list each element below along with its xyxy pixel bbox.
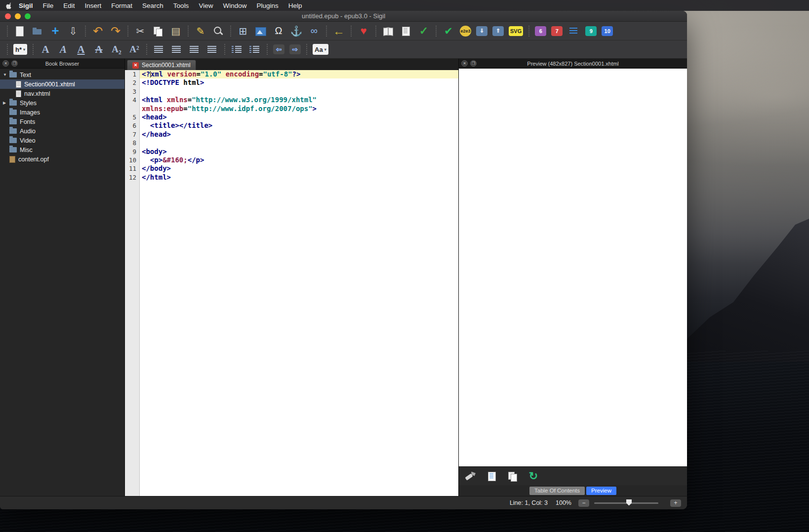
metadata-editor-icon[interactable] (382, 25, 395, 37)
refresh-icon[interactable]: ↻ (527, 470, 540, 483)
menu-help[interactable]: Help (283, 2, 307, 9)
align-justify-icon[interactable] (206, 43, 219, 55)
code-line[interactable]: <html xmlns="http://www.w3.org/1999/xhtm… (140, 96, 458, 113)
generate-toc-icon[interactable] (567, 25, 580, 37)
insert-image-icon[interactable] (254, 25, 267, 37)
menu-insert[interactable]: Insert (80, 2, 107, 9)
new-file-icon[interactable] (13, 25, 26, 37)
code-line[interactable]: <p>&#160;</p> (140, 156, 458, 164)
undo-icon[interactable]: ↶ (91, 25, 104, 38)
numbered-list-icon[interactable] (248, 43, 261, 55)
zoom-out-button[interactable]: − (578, 499, 589, 507)
code-line[interactable]: <body> (140, 148, 458, 156)
tab-preview[interactable]: Preview (586, 487, 616, 495)
close-panel-icon[interactable]: ✕ (2, 60, 9, 67)
menu-edit[interactable]: Edit (58, 2, 80, 9)
well-formed-check-icon[interactable]: ✔ (442, 25, 455, 38)
bullet-list-icon[interactable] (231, 43, 243, 55)
menu-tools[interactable]: Tools (168, 2, 194, 9)
bold-icon[interactable]: A (39, 43, 52, 56)
italic-icon[interactable]: A (57, 43, 70, 56)
code-line[interactable]: <title></title> (140, 121, 458, 130)
underline-icon[interactable]: A (75, 43, 87, 56)
menu-format[interactable]: Format (106, 2, 137, 9)
tree-item-styles[interactable]: ▶Styles (0, 98, 124, 108)
code-line[interactable]: </head> (140, 130, 458, 139)
code-line[interactable]: </body> (140, 164, 458, 173)
code-line[interactable]: </html> (140, 173, 458, 182)
preview-viewport[interactable] (459, 69, 687, 466)
special-character-icon[interactable]: Ω (272, 25, 285, 38)
menu-plugins[interactable]: Plugins (251, 2, 283, 9)
tab-close-icon[interactable]: ✕ (132, 62, 139, 69)
tab-table-of-contents[interactable]: Table Of Contents (529, 487, 585, 495)
save-icon[interactable]: ⇩ (67, 25, 80, 38)
expand-arrow-icon[interactable]: ▼ (3, 73, 9, 77)
epub-version-icon[interactable]: e2e3 (460, 26, 471, 37)
back-arrow-icon[interactable]: ← (332, 25, 345, 38)
code-line[interactable] (140, 139, 458, 147)
menu-window[interactable]: Window (218, 2, 251, 9)
tree-item-section0001-xhtml[interactable]: Section0001.xhtml (0, 79, 124, 89)
select-all-icon[interactable] (485, 470, 498, 482)
saved-clips-icon[interactable] (400, 25, 412, 37)
tree-item-images[interactable]: Images (0, 108, 124, 117)
svg-badge-icon[interactable]: SVG (509, 26, 523, 36)
tree-item-misc[interactable]: Misc (0, 145, 124, 154)
code-line[interactable]: <head> (140, 113, 458, 121)
copy-icon[interactable] (152, 25, 164, 37)
code-line[interactable]: <?xml version="1.0" encoding="utf-8"?> (140, 70, 458, 78)
tree-item-text[interactable]: ▼Text (0, 70, 124, 79)
align-left-icon[interactable] (153, 43, 165, 55)
edit-icon[interactable]: ✎ (194, 25, 207, 38)
outdent-icon[interactable]: ⇦ (273, 44, 284, 54)
strikethrough-icon[interactable]: A (92, 43, 105, 56)
menu-sigil[interactable]: Sigil (14, 2, 38, 9)
redo-icon[interactable]: ↷ (109, 25, 122, 38)
copy-selection-icon[interactable] (506, 470, 519, 482)
code-area[interactable]: 1<?xml version="1.0" encoding="utf-8"?>2… (125, 70, 458, 496)
paste-icon[interactable]: ▤ (169, 25, 182, 38)
plugin-9-icon[interactable]: 9 (585, 26, 597, 36)
expand-arrow-icon[interactable]: ▶ (3, 101, 9, 105)
align-center-icon[interactable] (170, 43, 183, 55)
plugin-10-icon[interactable]: 10 (602, 26, 613, 36)
heading-style-select[interactable]: h*▾ (13, 44, 27, 55)
checkpoint-restore-icon[interactable]: ⇑ (492, 26, 504, 36)
tree-item-video[interactable]: Video (0, 136, 124, 145)
float-panel-icon[interactable]: ❐ (11, 60, 18, 67)
indent-icon[interactable]: ⇨ (289, 44, 301, 54)
find-replace-icon[interactable] (212, 25, 225, 37)
inspect-icon[interactable] (465, 470, 478, 482)
link-icon[interactable]: ∞ (308, 25, 321, 38)
zoom-in-button[interactable]: + (670, 499, 681, 507)
tree-item-fonts[interactable]: Fonts (0, 117, 124, 126)
spellcheck-icon[interactable]: ✓ (417, 25, 430, 38)
tree-item-audio[interactable]: Audio (0, 126, 124, 136)
split-section-icon[interactable]: ⊞ (237, 25, 249, 38)
menu-file[interactable]: File (38, 2, 59, 9)
subscript-icon[interactable]: A₂ (110, 43, 123, 56)
tree-item-content-opf[interactable]: content.opf (0, 154, 124, 164)
superscript-icon[interactable]: A² (128, 43, 141, 56)
text-case-select[interactable]: Aa▾ (313, 44, 328, 55)
zoom-slider-thumb[interactable] (626, 499, 632, 506)
apple-logo-icon[interactable] (6, 2, 13, 9)
add-existing-file-icon[interactable]: + (49, 25, 62, 38)
code-line[interactable] (140, 87, 458, 96)
menu-view[interactable]: View (194, 2, 218, 9)
menu-search[interactable]: Search (137, 2, 168, 9)
code-line[interactable]: <!DOCTYPE html> (140, 78, 458, 87)
titlebar[interactable]: untitled.epub - epub3.0 - Sigil (0, 11, 687, 22)
checkpoint-save-icon[interactable]: ⇓ (476, 26, 487, 36)
tab-section0001[interactable]: ✕ Section0001.xhtml (127, 60, 196, 70)
float-panel-icon[interactable]: ❐ (470, 60, 477, 67)
plugin-6-icon[interactable]: 6 (535, 26, 546, 36)
align-right-icon[interactable] (188, 43, 201, 55)
plugin-7-icon[interactable]: 7 (551, 26, 563, 36)
tree-item-nav-xhtml[interactable]: nav.xhtml (0, 89, 124, 98)
donate-icon[interactable]: ♥ (357, 25, 370, 38)
cut-icon[interactable]: ✂ (134, 25, 147, 38)
zoom-slider[interactable] (594, 502, 658, 504)
close-panel-icon[interactable]: ✕ (461, 60, 468, 67)
